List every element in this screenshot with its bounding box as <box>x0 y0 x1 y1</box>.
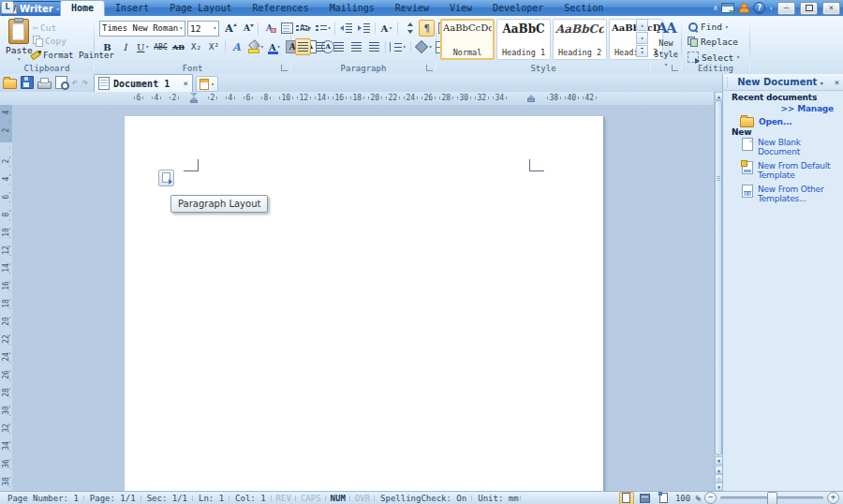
help-icon[interactable]: ? <box>753 2 765 14</box>
ribbon-tab[interactable]: Page Layout <box>159 0 242 16</box>
strikethrough-button[interactable]: ABC <box>153 38 169 55</box>
character-spacing-button[interactable] <box>401 20 417 37</box>
undo-icon[interactable]: ↶ <box>71 76 78 89</box>
zoom-out-button[interactable]: − <box>704 492 717 504</box>
collapse-ribbon-icon[interactable]: ∧ <box>714 4 718 12</box>
shading-button[interactable]: ▾ <box>414 38 434 55</box>
ribbon-tab[interactable]: References <box>242 0 318 16</box>
subscript-button[interactable]: X₂ <box>188 38 204 55</box>
print-layout-view-button[interactable] <box>619 492 634 504</box>
manage-link[interactable]: >> Manage <box>781 104 834 113</box>
document-tab-close-icon[interactable]: × <box>184 79 188 88</box>
decrease-indent-button[interactable] <box>338 20 354 37</box>
maximize-button[interactable] <box>800 2 818 15</box>
tab-stop-selector[interactable]: L <box>1 1 14 14</box>
style-card[interactable]: AaBbCcDd Normal <box>440 19 495 60</box>
outline-view-button[interactable] <box>657 492 672 504</box>
style-more-button[interactable]: ▾ <box>636 45 648 57</box>
clear-formatting-button[interactable]: A <box>261 20 277 37</box>
right-indent-marker[interactable] <box>527 95 536 102</box>
text-effects-button[interactable]: A <box>229 38 244 55</box>
print-icon[interactable] <box>37 82 52 89</box>
new-style-button[interactable]: AA New Style ▾ <box>651 20 681 68</box>
statusbar-indicator[interactable]: CAPS <box>296 494 326 503</box>
switch-ui-icon[interactable] <box>721 3 734 13</box>
task-pane-title[interactable]: New Document ▾ <box>730 77 831 87</box>
ribbon-tab[interactable]: Review <box>385 0 439 16</box>
close-button[interactable]: × <box>822 2 840 15</box>
zoom-in-button[interactable]: + <box>827 492 839 504</box>
redo-icon[interactable]: ↷ <box>81 76 88 89</box>
document-tab[interactable]: Document 1 × <box>94 74 193 92</box>
account-avatar-icon[interactable] <box>738 3 749 13</box>
spellcheck-status[interactable]: SpellingCheck: On <box>375 494 472 503</box>
statusbar-segment[interactable]: Page: 1/1 <box>84 494 141 503</box>
left-indent-marker[interactable] <box>190 100 198 103</box>
statusbar-segment[interactable]: Ln: 1 <box>193 494 229 503</box>
zoom-slider-handle[interactable] <box>767 492 777 504</box>
font-color-button[interactable]: A▾ <box>267 38 283 55</box>
statusbar-indicator[interactable]: OVR <box>350 494 375 503</box>
open-document-link[interactable]: Open... <box>740 115 791 127</box>
highlight-color-button[interactable]: ▾ <box>246 38 265 55</box>
double-strikethrough-button[interactable]: AB <box>170 38 186 55</box>
style-card[interactable]: AaBbCc Heading 2 <box>553 19 607 60</box>
web-layout-view-button[interactable] <box>638 492 653 504</box>
new-document-option[interactable]: New From Default Template <box>742 161 839 180</box>
align-center-button[interactable] <box>313 38 329 55</box>
minimize-button[interactable]: – <box>777 2 795 15</box>
paragraph-dialog-launcher[interactable] <box>426 65 433 71</box>
indent-markers[interactable] <box>190 93 199 103</box>
statusbar-segment[interactable]: Col: 1 <box>229 494 272 503</box>
statusbar-segment[interactable]: Sec: 1/1 <box>141 494 193 503</box>
ribbon-tab[interactable]: View <box>439 0 482 16</box>
select-button[interactable]: Select ▾ <box>688 52 740 63</box>
open-file-icon[interactable] <box>3 79 17 89</box>
scrollbar-thumb[interactable] <box>715 100 722 455</box>
document-area[interactable]: Paragraph Layout <box>12 105 714 491</box>
vertical-ruler[interactable]: 42 2468101214161820222426283032343638 <box>0 105 13 491</box>
statusbar-segment[interactable]: Page Number: 1 <box>2 494 84 503</box>
ribbon-tab[interactable]: Mailings <box>319 0 385 16</box>
task-pane-close-icon[interactable]: × <box>831 78 843 87</box>
zoom-slider-track[interactable] <box>720 497 823 499</box>
ribbon-tab[interactable]: Developer <box>482 0 554 16</box>
justify-button[interactable] <box>348 38 364 55</box>
italic-button[interactable]: I <box>117 38 133 55</box>
text-direction-button[interactable]: A▾ <box>378 20 394 37</box>
paste-button[interactable]: Paste ▾ <box>6 19 33 62</box>
statusbar-indicator[interactable]: REV <box>272 494 296 503</box>
align-left-button[interactable] <box>295 38 311 55</box>
increase-indent-button[interactable] <box>356 20 372 37</box>
style-scroll-down-button[interactable]: ▾ <box>636 32 648 44</box>
new-document-option[interactable]: New Blank Document <box>742 138 839 156</box>
ribbon-tab[interactable]: Insert <box>105 0 159 16</box>
statusbar-indicator[interactable]: NUM <box>326 494 350 503</box>
help-chevron-icon[interactable]: ▾ <box>769 6 773 11</box>
horizontal-ruler[interactable]: 642 246810121416182022242628303234 38404… <box>0 92 722 106</box>
save-icon[interactable] <box>21 76 34 89</box>
style-card[interactable]: AaBbC Heading 1 <box>496 19 551 60</box>
show-marks-button[interactable]: ¶ <box>419 20 435 37</box>
replace-button[interactable]: Replace <box>688 37 738 47</box>
distribute-button[interactable] <box>366 38 382 55</box>
ribbon-tab[interactable]: Section <box>554 0 614 16</box>
line-spacing-button[interactable]: ▾ <box>389 38 407 55</box>
grow-font-button[interactable]: A <box>221 20 237 37</box>
superscript-button[interactable]: X² <box>206 38 222 55</box>
font-name-combo[interactable]: Times New Roman ▾ <box>99 21 185 37</box>
copy-button[interactable]: Copy <box>33 36 67 46</box>
numbering-button[interactable]: ▾ <box>315 20 333 37</box>
cut-button[interactable]: ✂ Cut <box>33 22 56 33</box>
align-right-button[interactable] <box>331 38 347 55</box>
unit-status[interactable]: Unit: mm <box>472 494 520 503</box>
new-document-option[interactable]: New From Other Templates... <box>742 185 839 203</box>
ribbon-tab[interactable]: Home <box>60 0 105 17</box>
style-dialog-launcher[interactable] <box>672 65 678 71</box>
style-scroll-up-button[interactable]: ▴ <box>636 19 648 31</box>
document-page[interactable] <box>125 116 603 491</box>
bold-button[interactable]: B <box>99 38 115 55</box>
font-size-combo[interactable]: 12 ▾ <box>187 21 219 37</box>
font-dialog-launcher[interactable] <box>281 65 288 71</box>
shrink-font-button[interactable]: A <box>239 20 255 37</box>
